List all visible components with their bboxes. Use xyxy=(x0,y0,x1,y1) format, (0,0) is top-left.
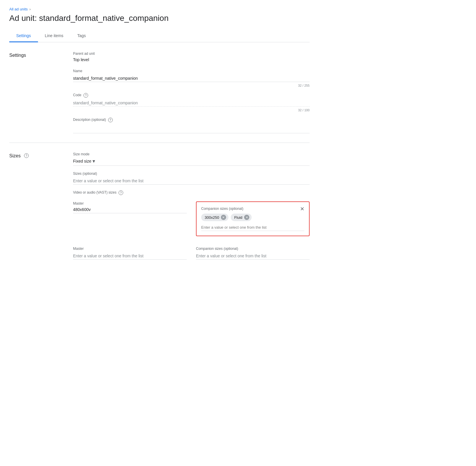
chip-close-fluid[interactable]: ✕ xyxy=(244,215,249,220)
description-input-area[interactable] xyxy=(73,124,310,133)
parent-ad-unit-label: Parent ad unit xyxy=(73,52,310,56)
size-mode-field: Size mode Fixed size ▾ xyxy=(73,152,310,166)
master-value-1: 480x600v xyxy=(73,207,187,213)
tab-line-items[interactable]: Line items xyxy=(38,30,70,42)
size-mode-label: Size mode xyxy=(73,152,310,156)
companion-box-title: Companion sizes (optional) xyxy=(201,207,304,211)
chip-label-300x250: 300x250 xyxy=(205,215,219,220)
name-input[interactable] xyxy=(73,75,310,82)
master-companion-row-1: Master 480x600v Companion sizes (optiona… xyxy=(73,201,310,236)
code-label: Code ? xyxy=(73,93,310,98)
vast-help-icon[interactable]: ? xyxy=(119,190,123,195)
code-input[interactable] xyxy=(73,99,310,107)
tab-tags[interactable]: Tags xyxy=(70,30,93,42)
companion-chips-row: 300x250 ✕ Fluid ✕ xyxy=(201,214,304,221)
companion-field-2: Companion sizes (optional) xyxy=(196,247,310,260)
breadcrumb-link[interactable]: All ad units xyxy=(9,7,28,11)
description-field: Description (optional) ? xyxy=(73,118,310,133)
sizes-help-icon[interactable]: ? xyxy=(24,153,29,158)
sizes-optional-field: Sizes (optional) xyxy=(73,172,310,185)
description-label: Description (optional) ? xyxy=(73,118,310,122)
companion-input-1[interactable] xyxy=(201,224,304,231)
settings-fields: Parent ad unit Top level Name 32 / 255 C… xyxy=(73,52,310,133)
sizes-section: Sizes ? Size mode Fixed size ▾ Sizes (op… xyxy=(9,143,310,269)
code-help-icon[interactable]: ? xyxy=(83,93,88,98)
name-field: Name 32 / 255 xyxy=(73,69,310,87)
companion-box-close-button[interactable]: ✕ xyxy=(298,205,306,213)
tab-settings[interactable]: Settings xyxy=(9,30,38,42)
name-label: Name xyxy=(73,69,310,73)
chip-300x250: 300x250 ✕ xyxy=(201,214,228,221)
vast-field-group: Video or audio (VAST) sizes ? xyxy=(73,190,310,196)
companion-input-2[interactable] xyxy=(196,252,310,260)
name-counter: 32 / 255 xyxy=(73,84,310,87)
chip-close-300x250[interactable]: ✕ xyxy=(221,215,226,220)
size-mode-value: Fixed size xyxy=(73,159,91,163)
master-field-2: Master xyxy=(73,247,187,260)
page-title: Ad unit: standard_format_native_companio… xyxy=(9,14,310,23)
vast-label: Video or audio (VAST) sizes ? xyxy=(73,190,310,195)
sizes-optional-label: Sizes (optional) xyxy=(73,172,310,176)
breadcrumb-chevron: › xyxy=(30,7,31,11)
settings-section-label: Settings xyxy=(9,52,73,133)
chip-fluid: Fluid ✕ xyxy=(231,214,252,221)
description-help-icon[interactable]: ? xyxy=(108,118,113,122)
tabs-row: Settings Line items Tags xyxy=(9,30,310,42)
master-input-2[interactable] xyxy=(73,252,187,260)
dropdown-arrow-icon: ▾ xyxy=(92,158,95,164)
breadcrumb: All ad units › xyxy=(9,7,310,11)
master-field-1: Master 480x600v xyxy=(73,201,187,213)
sizes-fields: Size mode Fixed size ▾ Sizes (optional) … xyxy=(73,152,310,260)
master-label-1: Master xyxy=(73,201,187,205)
companion-label-2: Companion sizes (optional) xyxy=(196,247,310,251)
companion-box-highlighted: Companion sizes (optional) 300x250 ✕ Flu… xyxy=(196,201,310,236)
sizes-input[interactable] xyxy=(73,177,310,185)
master-label-2: Master xyxy=(73,247,187,251)
code-counter: 32 / 100 xyxy=(73,108,310,112)
chip-label-fluid: Fluid xyxy=(234,215,242,220)
master-companion-row-2: Master Companion sizes (optional) xyxy=(73,247,310,260)
size-mode-dropdown[interactable]: Fixed size ▾ xyxy=(73,158,310,166)
parent-ad-unit-field: Parent ad unit Top level xyxy=(73,52,310,63)
code-field: Code ? 32 / 100 xyxy=(73,93,310,112)
sizes-section-label: Sizes ? xyxy=(9,152,73,260)
parent-ad-unit-value: Top level xyxy=(73,57,310,63)
settings-section: Settings Parent ad unit Top level Name 3… xyxy=(9,42,310,143)
